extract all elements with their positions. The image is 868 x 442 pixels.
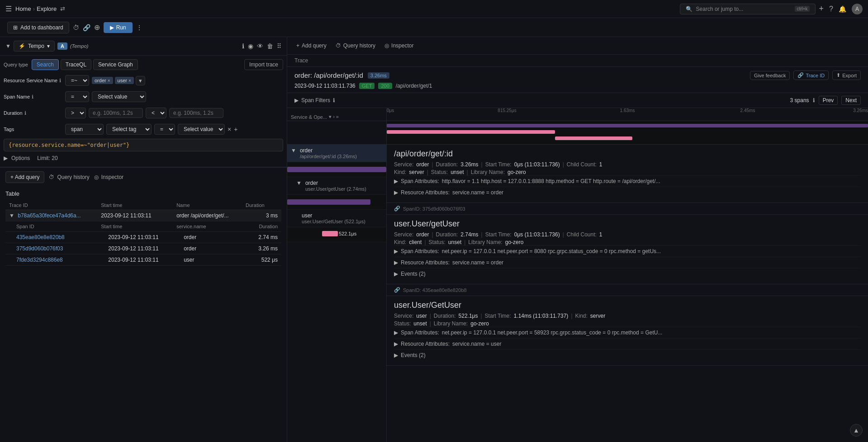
tab-service-graph[interactable]: Service Graph (93, 59, 138, 70)
hamburger-menu[interactable]: ☰ (5, 5, 12, 13)
trace-id-link[interactable]: b78a65a30fece47a4d6a... (18, 212, 81, 219)
detail-kind-0: server (409, 169, 424, 175)
options-expand-icon[interactable]: ▶ (4, 155, 8, 161)
query-history-button[interactable]: ⏱ Query history (49, 174, 89, 180)
duration-min-input[interactable] (89, 108, 143, 118)
span-attrs-expand-0[interactable]: ▶ Span Attributes: http.flavor = 1.1 htt… (394, 175, 861, 187)
inspector-right-btn[interactable]: ◎ Inspector (381, 41, 417, 51)
span-collapse-icon[interactable]: ▼ (291, 147, 296, 154)
list-item[interactable]: 7fde3d3294c886e8 2023-09-12 11:03:11 use… (5, 254, 281, 266)
span-name-op-select[interactable]: = =~ (65, 91, 89, 102)
home-link[interactable]: Home (15, 5, 31, 12)
span-item-2[interactable]: user user.User/GetUser (522.1μs) 522.1μs (287, 210, 386, 242)
span-name-info-icon[interactable]: ℹ (32, 94, 33, 100)
res-attrs-expand-1[interactable]: ▶ Resource Attributes: service.name = or… (394, 257, 861, 268)
rsn-op-select[interactable]: =~ = (65, 75, 89, 86)
run-button[interactable]: ▶ Run (104, 22, 133, 33)
bell-icon[interactable]: 🔔 (839, 5, 846, 13)
query-drag-icon[interactable]: ⠿ (277, 42, 281, 50)
span-attrs-content-0: http.flavor = 1.1 http.host = 127.0.0.1:… (442, 178, 660, 184)
next-button[interactable]: Next (841, 96, 861, 105)
add-dashboard-button[interactable]: ⊞ Add to dashboard (7, 22, 69, 33)
collapse-query-icon[interactable]: ▼ (5, 43, 11, 49)
run-icon: ▶ (110, 24, 114, 31)
share-icon[interactable]: ⇄ (60, 5, 65, 12)
list-item[interactable]: 375d9d060b076f03 2023-09-12 11:03:11 ord… (5, 243, 281, 254)
link-icon-btn[interactable]: 🔗 (83, 24, 90, 31)
query-visibility-icon[interactable]: 👁 (257, 42, 263, 50)
span-attrs-expand-1[interactable]: ▶ Span Attributes: net.peer.ip = 127.0.0… (394, 245, 861, 257)
detail-start-1: 0μs (11:03:11.736) (514, 231, 560, 238)
span-item-1[interactable]: ▼ order user.User/getUser (2.74ms) (287, 177, 386, 210)
detail-section-1: user.User/getUser Service: order | Durat… (387, 215, 868, 284)
search-bar[interactable]: 🔍 Search or jump to... ctrl+k (680, 4, 816, 14)
remove-tag-user[interactable]: × (128, 78, 131, 83)
tags-scope-select[interactable]: span resource (65, 124, 104, 135)
remove-tag-order[interactable]: × (108, 78, 110, 83)
help-icon[interactable]: ? (829, 5, 833, 13)
span-service-1: order (173, 243, 242, 254)
span-id-link-2[interactable]: 7fde3d3294c886e8 (16, 257, 63, 263)
events-expand-1[interactable]: ▶ Events (2) (394, 268, 861, 279)
span-id-link-1[interactable]: 375d9d060b076f03 (16, 245, 63, 252)
trace-title-text: order: /api/order/get/:id (294, 71, 363, 79)
list-item[interactable]: 435eae80e8e820b8 2023-09-12 11:03:11 ord… (5, 232, 281, 243)
spans-count-info-icon[interactable]: ℹ (813, 97, 815, 103)
duration-max-input[interactable] (169, 108, 223, 118)
rsn-info-icon[interactable]: ℹ (59, 78, 61, 84)
zoom-icon-btn[interactable]: ⊕ (94, 23, 100, 32)
duration-info-icon[interactable]: ℹ (24, 110, 26, 116)
query-toggle-icon[interactable]: ◉ (248, 42, 253, 50)
span-name-value-select[interactable]: Select value (92, 91, 146, 102)
duration-op-select[interactable]: > < = (65, 108, 86, 118)
tab-search[interactable]: Search (32, 59, 59, 70)
plus-icon[interactable]: + (819, 4, 824, 14)
prev-button[interactable]: Prev (819, 96, 838, 105)
remove-tag-btn[interactable]: × (228, 126, 231, 133)
span-filters-label: Span Filters (301, 97, 330, 103)
tags-tag-select[interactable]: Select tag (106, 124, 152, 135)
query-history-right-btn[interactable]: ⏱ Query history (332, 41, 379, 51)
inspector-button[interactable]: ◎ Inspector (94, 174, 123, 180)
span-filters-info-icon[interactable]: ℹ (333, 97, 335, 103)
res-attrs-expand-0[interactable]: ▶ Resource Attributes: service.name = or… (394, 187, 861, 198)
expand-filters-icon[interactable]: ▶ (294, 97, 299, 103)
clock-icon-btn[interactable]: ⏱ (73, 24, 79, 31)
span-attrs-expand-2[interactable]: ▶ Span Attributes: net.peer.ip = 127.0.0… (394, 327, 861, 338)
import-trace-button[interactable]: Import trace (244, 59, 283, 70)
detail-section-0: /api/order/get/:id Service: order | Dura… (387, 145, 868, 203)
query-delete-icon[interactable]: 🗑 (267, 42, 273, 50)
scroll-top-button[interactable]: ▲ (850, 424, 863, 437)
tags-op-select[interactable]: = (154, 124, 175, 135)
trace-start-time: 2023-09-12 11:03:11 (97, 210, 173, 221)
query-info-icon[interactable]: ℹ (242, 42, 244, 50)
datasource-name[interactable]: ⚡ Tempo ▾ (14, 41, 55, 52)
span-collapse-icon-1[interactable]: ▼ (296, 180, 302, 186)
add-query-button[interactable]: + Add query (5, 171, 44, 183)
inspector-right-icon: ◎ (384, 42, 389, 49)
trace-panel-header: Trace (287, 55, 868, 67)
tag-more-btn[interactable]: ▾ (136, 76, 145, 85)
time-label-2: 1.63ms (620, 108, 635, 113)
row-expand-icon[interactable]: ▼ (9, 212, 14, 219)
top-nav: ☰ Home › Explore ⇄ 🔍 Search or jump to..… (0, 0, 868, 18)
add-tag-btn[interactable]: + (234, 126, 237, 133)
tags-value-select[interactable]: Select value (178, 124, 225, 135)
export-button[interactable]: ⬆ Export (832, 71, 861, 80)
add-query-right-btn[interactable]: + Add query (293, 41, 330, 51)
tab-traceql[interactable]: TraceQL (61, 59, 91, 70)
detail-status-2: unset (413, 320, 427, 327)
span-id-link-0[interactable]: 435eae80e8e820b8 (16, 234, 65, 240)
avatar-icon[interactable]: A (852, 4, 863, 14)
collapse-nav-icon[interactable]: ▾ › » (329, 114, 339, 120)
trace-id-button[interactable]: 🔗 Trace ID (793, 71, 829, 80)
res-attrs-expand-2[interactable]: ▶ Resource Attributes: service.name = us… (394, 338, 861, 349)
datasource-arrow: ▾ (47, 43, 50, 49)
events-expand-2[interactable]: ▶ Events (2) (394, 349, 861, 361)
feedback-button[interactable]: Give feedback (750, 71, 790, 80)
explore-link[interactable]: Explore (37, 5, 57, 12)
table-row[interactable]: ▼ b78a65a30fece47a4d6a... 2023-09-12 11:… (5, 210, 281, 221)
duration-op2-select[interactable]: < > (146, 108, 166, 118)
span-item-0[interactable]: ▼ order /api/order/get/:id (3.26ms) (287, 145, 386, 177)
more-icon-btn[interactable]: ⋮ (136, 24, 142, 31)
